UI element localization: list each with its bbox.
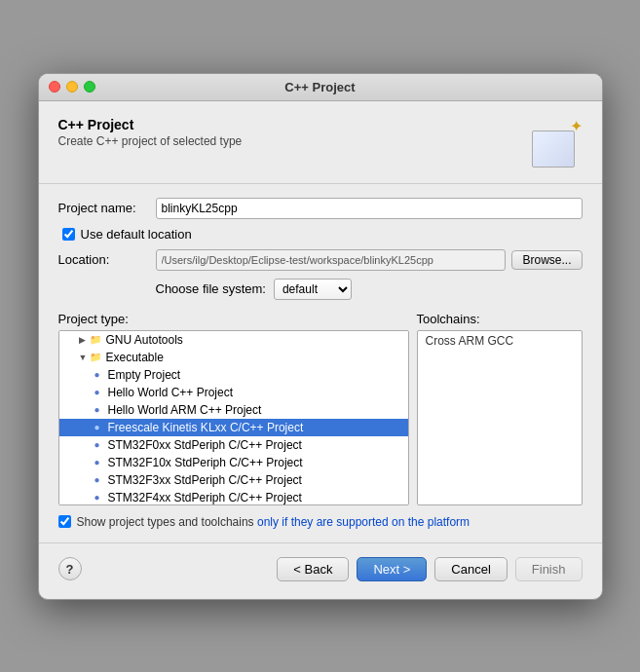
close-button[interactable] [49, 81, 60, 93]
maximize-button[interactable] [84, 81, 95, 93]
folder-icon: 📁 [89, 333, 102, 347]
wizard-heading: C++ Project [58, 117, 243, 132]
help-button[interactable]: ? [58, 557, 82, 580]
window-title: C++ Project [284, 80, 355, 94]
list-item-label: STM32F4xx StdPeriph C/C++ Project [108, 491, 302, 504]
wizard-header: C++ Project Create C++ project of select… [58, 117, 583, 168]
header-divider [39, 183, 602, 184]
bottom-checkbox-label-highlight: only if they are supported on the platfo… [257, 515, 470, 529]
next-button[interactable]: Next > [357, 557, 427, 581]
bullet-icon: ● [91, 456, 104, 469]
list-item-label: STM32F10x StdPeriph C/C++ Project [108, 456, 303, 469]
toolchains-column: Toolchains: Cross ARM GCC [417, 312, 583, 505]
list-item-label: STM32F0xx StdPeriph C/C++ Project [108, 438, 302, 452]
wizard-icon-image [532, 131, 575, 168]
toolchains-list[interactable]: Cross ARM GCC [417, 330, 583, 505]
location-label: Location: [58, 252, 156, 267]
list-item[interactable]: ● Hello World ARM C++ Project [59, 401, 408, 419]
list-item-label: Freescale Kinetis KLxx C/C++ Project [108, 421, 304, 434]
list-item[interactable]: ● STM32F10x StdPeriph C/C++ Project [59, 454, 408, 471]
bullet-icon: ● [91, 473, 104, 487]
bottom-checkbox-row: Show project types and toolchains only i… [58, 515, 583, 529]
bullet-icon: ● [91, 438, 104, 452]
list-item-label: GNU Autotools [106, 333, 183, 347]
list-item[interactable]: ● Hello World C++ Project [59, 384, 408, 401]
button-bar: ? < Back Next > Cancel Finish [58, 557, 583, 585]
project-type-list[interactable]: ▶ 📁 GNU Autotools ▼ 📁 Executable ● Empty… [58, 330, 409, 505]
list-item-label: STM32F3xx StdPeriph C/C++ Project [108, 473, 302, 487]
bullet-icon: ● [91, 386, 104, 399]
wizard-content: C++ Project Create C++ project of select… [39, 101, 602, 599]
bottom-checkbox-label: Show project types and toolchains only i… [77, 515, 471, 529]
use-default-location-checkbox[interactable] [62, 228, 75, 241]
list-item[interactable]: ● STM32F3xx StdPeriph C/C++ Project [59, 471, 408, 489]
wizard-subtitle: Create C++ project of selected type [58, 134, 243, 148]
project-name-label: Project name: [58, 201, 156, 215]
toolchains-label: Toolchains: [417, 312, 583, 326]
bullet-icon: ● [91, 421, 104, 434]
main-window: C++ Project C++ Project Create C++ proje… [38, 73, 603, 600]
bottom-checkbox-label-start: Show project types and toolchains [77, 515, 257, 529]
list-item[interactable]: ● STM32F4xx StdPeriph C/C++ Project [59, 489, 408, 505]
use-default-location-label: Use default location [81, 227, 192, 242]
bullet-icon: ● [91, 491, 104, 504]
list-item-label: Hello World ARM C++ Project [108, 403, 262, 417]
wizard-icon: ✦ [532, 117, 583, 168]
back-button[interactable]: < Back [277, 557, 349, 581]
location-row: Location: Browse... [58, 249, 583, 271]
cancel-button[interactable]: Cancel [434, 557, 507, 581]
list-item[interactable]: ● Empty Project [59, 366, 408, 384]
list-item-selected[interactable]: ● Freescale Kinetis KLxx C/C++ Project [59, 419, 408, 436]
browse-button[interactable]: Browse... [511, 250, 582, 270]
list-item[interactable]: ● STM32F0xx StdPeriph C/C++ Project [59, 436, 408, 454]
file-system-label: Choose file system: [156, 281, 266, 296]
file-system-row: Choose file system: default [58, 279, 583, 300]
list-item[interactable]: ▼ 📁 Executable [59, 349, 408, 366]
file-system-select[interactable]: default [274, 279, 352, 300]
project-area: Project type: ▶ 📁 GNU Autotools ▼ 📁 Exec… [58, 312, 583, 505]
project-type-label: Project type: [58, 312, 409, 326]
show-platform-checkbox[interactable] [58, 515, 71, 528]
bullet-icon: ● [91, 403, 104, 417]
traffic-lights [49, 81, 95, 93]
list-item-label: Empty Project [108, 368, 181, 382]
location-input[interactable] [156, 249, 507, 271]
navigation-buttons: < Back Next > Cancel Finish [277, 557, 582, 581]
project-type-column: Project type: ▶ 📁 GNU Autotools ▼ 📁 Exec… [58, 312, 409, 505]
footer-separator [39, 542, 602, 543]
folder-icon: 📁 [89, 351, 102, 364]
finish-button[interactable]: Finish [515, 557, 583, 581]
bullet-icon: ● [91, 368, 104, 382]
toolchain-item[interactable]: Cross ARM GCC [418, 331, 582, 351]
project-name-row: Project name: [58, 198, 583, 219]
title-bar: C++ Project [39, 74, 602, 101]
expanded-arrow-icon: ▼ [79, 353, 87, 362]
list-item[interactable]: ▶ 📁 GNU Autotools [59, 331, 408, 349]
use-default-location-row: Use default location [58, 227, 583, 242]
project-name-input[interactable] [156, 198, 583, 219]
collapsed-arrow-icon: ▶ [79, 335, 87, 345]
wizard-header-text: C++ Project Create C++ project of select… [58, 117, 243, 148]
minimize-button[interactable] [66, 81, 78, 93]
list-item-label: Hello World C++ Project [108, 386, 234, 399]
list-item-label: Executable [106, 351, 164, 364]
wizard-icon-star: ✦ [570, 117, 583, 135]
